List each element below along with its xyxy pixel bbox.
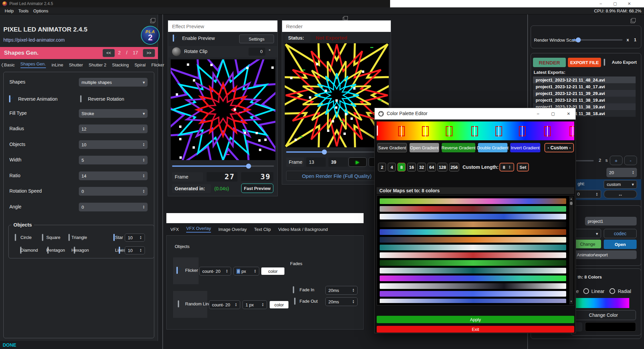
size-2-button[interactable]: 2 xyxy=(378,163,386,171)
colormap-scrollbar[interactable]: ▲ ▼ xyxy=(569,196,573,304)
colormap-row[interactable] xyxy=(380,291,566,297)
render-button[interactable]: RENDER xyxy=(533,58,566,67)
close-button[interactable]: ✕ xyxy=(624,0,634,7)
reverse-animation-checkbox[interactable] xyxy=(9,95,10,102)
scroll-thumb[interactable] xyxy=(570,202,573,205)
size-64-button[interactable]: 64 xyxy=(427,163,436,171)
project-name-field[interactable]: project1 xyxy=(585,217,637,226)
gradient-stop-handle[interactable] xyxy=(446,126,452,136)
apply-button[interactable]: Apply xyxy=(377,316,574,323)
save-gradient-button[interactable]: Save Gradient xyxy=(377,143,407,152)
tab-vfx-overlay[interactable]: VFX Overlay xyxy=(186,226,211,233)
gradient-stop-handle[interactable] xyxy=(398,126,405,136)
rotation-speed-stepper[interactable]: 0 xyxy=(79,187,148,196)
flicker-count-stepper[interactable]: count- 20 xyxy=(199,267,231,276)
popout-icon[interactable] xyxy=(150,18,155,23)
maximize-button[interactable]: ▢ xyxy=(610,0,620,7)
slider-thumb[interactable] xyxy=(576,38,581,43)
stepper-arrows-icon[interactable] xyxy=(143,143,145,147)
size-32-button[interactable]: 32 xyxy=(417,163,426,171)
fast-preview-button[interactable]: Fast Preview xyxy=(241,184,273,193)
flicker-px-stepper[interactable]: 8 px xyxy=(233,267,259,276)
tab-shutter2[interactable]: Shutter 2 xyxy=(89,62,106,67)
colormap-row[interactable] xyxy=(380,237,566,243)
double-gradient-button[interactable]: Double Gradient xyxy=(478,143,507,152)
dialog-titlebar[interactable]: Color Palette Editor – ▢ ✕ xyxy=(375,108,576,119)
size-4-button[interactable]: 4 xyxy=(388,163,396,171)
open-render-file-button[interactable]: Open Render File (Full Quality) xyxy=(286,171,387,181)
swap-dimensions-button[interactable]: ↔ xyxy=(604,190,637,198)
random-color-button[interactable]: color xyxy=(270,301,288,308)
triangle-checkbox[interactable] xyxy=(68,234,70,241)
stepper-arrows-icon[interactable] xyxy=(596,192,598,196)
stepper-arrows-icon[interactable] xyxy=(143,158,145,162)
random-px-stepper[interactable]: 1 px xyxy=(243,300,267,309)
colormap-row[interactable] xyxy=(380,214,566,219)
export-list-item[interactable]: project1_2023-12-21 11_39_29.avi xyxy=(533,90,636,97)
dialog-minimize-button[interactable]: – xyxy=(533,110,543,117)
size-128-button[interactable]: 128 xyxy=(437,163,447,171)
fade-in-stepper[interactable]: 20ms xyxy=(325,286,358,295)
custom-length-stepper[interactable]: 8 xyxy=(499,163,514,171)
tab-spiral[interactable]: Spiral xyxy=(135,62,146,67)
export-list-item[interactable]: project1_2023-12-21 11_40_17.avi xyxy=(533,83,636,90)
height-value-stepper[interactable]: 0 xyxy=(574,190,601,198)
stepper-arrows-icon[interactable] xyxy=(254,269,256,273)
gradient-stop-handle[interactable] xyxy=(570,126,574,136)
colormap-row[interactable] xyxy=(380,229,566,235)
gradient-stop-handle[interactable] xyxy=(377,126,378,136)
codec-select[interactable] xyxy=(574,229,601,238)
dialog-close-button[interactable]: ✕ xyxy=(564,110,574,117)
export-list-item[interactable]: project1_2023-12-21 11_48_24.avi xyxy=(533,77,636,83)
tab-shutter[interactable]: Shutter xyxy=(69,62,83,67)
reverse-gradient-button[interactable]: Reverse Gradient xyxy=(442,143,475,152)
menu-options[interactable]: Options xyxy=(33,8,48,13)
slider-thumb[interactable] xyxy=(246,164,251,169)
settings-button[interactable]: Settings xyxy=(239,35,274,43)
render-frame-slider[interactable] xyxy=(286,151,387,153)
colormap-row[interactable] xyxy=(380,245,566,250)
prev-page-button[interactable]: << xyxy=(103,49,115,57)
gradient-stop-handle[interactable] xyxy=(495,126,502,136)
radius-stepper[interactable]: 12 xyxy=(79,124,148,133)
colormap-row[interactable] xyxy=(380,276,566,281)
colormap-row[interactable] xyxy=(380,299,566,303)
random-count-stepper[interactable]: count- 20 xyxy=(209,300,240,309)
codec-button[interactable]: codec xyxy=(604,229,637,238)
shapes-select[interactable]: multiple shapes xyxy=(79,78,148,87)
stepper-arrows-icon[interactable] xyxy=(262,303,264,307)
stepper-arrows-icon[interactable] xyxy=(143,127,145,131)
fade-out-checkbox[interactable] xyxy=(294,298,296,305)
stepper-arrows-icon[interactable] xyxy=(143,174,145,178)
minimize-button[interactable]: – xyxy=(596,0,606,7)
stepper-arrows-icon[interactable] xyxy=(140,248,142,252)
size-256-button[interactable]: 256 xyxy=(449,163,459,171)
duration-minus-button[interactable]: - xyxy=(624,156,637,165)
colormap-row[interactable] xyxy=(380,268,566,273)
current-color-swatch[interactable] xyxy=(585,322,636,332)
gradient-stop-handle[interactable] xyxy=(422,126,429,136)
tab-basic[interactable]: Basic xyxy=(4,62,15,67)
effect-frame-slider[interactable] xyxy=(172,165,274,167)
colormap-row[interactable] xyxy=(380,221,566,227)
export-file-button[interactable]: EXPORT FILE xyxy=(568,58,601,67)
fill-type-select[interactable]: Stroke xyxy=(79,109,148,118)
menu-help[interactable]: Help xyxy=(5,8,14,13)
radial-radio[interactable] xyxy=(609,288,615,294)
tab-stacking[interactable]: Stacking xyxy=(112,62,129,67)
random-lines-checkbox[interactable] xyxy=(178,300,179,307)
stepper-arrows-icon[interactable] xyxy=(352,288,355,292)
export-list-item[interactable]: project1_2023-12-21 11_38_19.avi xyxy=(533,97,636,103)
lines-count-stepper[interactable]: 10 xyxy=(125,246,145,254)
flicker-checkbox[interactable] xyxy=(176,267,178,274)
tab-image-overlay[interactable]: Image Overlay xyxy=(218,227,247,232)
reverse-rotation-checkbox[interactable] xyxy=(80,95,82,102)
tab-video-mask[interactable]: Video Mask / Background xyxy=(278,227,328,232)
tab-scroll-icon[interactable]: ❮ xyxy=(1,62,4,67)
scroll-up-icon[interactable]: ▲ xyxy=(569,197,573,201)
rotate-value-field[interactable]: 0 xyxy=(249,48,265,56)
circle-checkbox[interactable] xyxy=(15,234,16,241)
change-color-button[interactable]: Change Color xyxy=(571,310,636,320)
colormap-row[interactable] xyxy=(380,283,566,289)
stepper-arrows-icon[interactable] xyxy=(140,236,142,240)
